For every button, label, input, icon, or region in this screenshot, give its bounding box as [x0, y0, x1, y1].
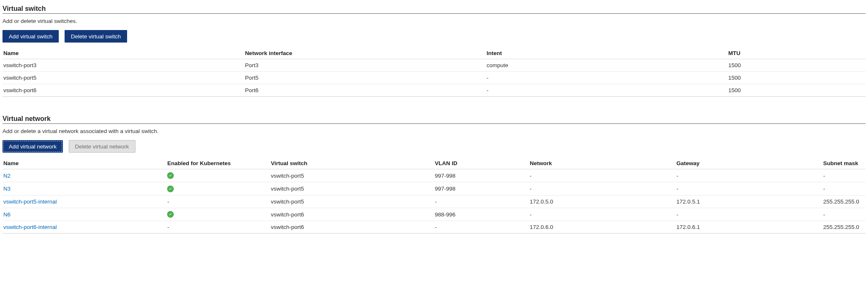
cell-vswitch: vswitch-port6	[270, 208, 434, 221]
cell-name: vswitch-port5	[3, 72, 244, 84]
virtual-network-name-link[interactable]: N3	[3, 186, 10, 192]
cell-subnet: -	[822, 182, 865, 195]
virtual-network-description: Add or delete a virtual network associat…	[3, 128, 865, 134]
cell-intent: compute	[486, 59, 728, 72]
cell-vlan: 997-998	[434, 169, 529, 182]
table-row[interactable]: vswitch-port6-internal-vswitch-port6-172…	[3, 221, 865, 234]
cell-network: -	[529, 208, 675, 221]
cell-interface: Port5	[244, 72, 486, 84]
col-header-vswitch[interactable]: Virtual switch	[270, 158, 434, 169]
cell-vswitch: vswitch-port5	[270, 195, 434, 208]
cell-k8s: -	[166, 221, 270, 234]
table-row[interactable]: N3vswitch-port5997-998---	[3, 182, 865, 195]
cell-network: 172.0.6.0	[529, 221, 675, 234]
cell-gateway: 172.0.6.1	[675, 221, 822, 234]
virtual-switch-title: Virtual switch	[3, 5, 865, 13]
virtual-network-table: Name Enabled for Kubernetes Virtual swit…	[3, 158, 865, 234]
divider	[3, 13, 865, 14]
col-header-mtu[interactable]: MTU	[728, 48, 865, 59]
cell-vlan: -	[434, 221, 529, 234]
cell-k8s	[166, 169, 270, 182]
col-header-name[interactable]: Name	[3, 158, 166, 169]
table-row[interactable]: vswitch-port6 Port6 - 1500	[3, 84, 865, 97]
cell-vswitch: vswitch-port5	[270, 169, 434, 182]
cell-network: -	[529, 169, 675, 182]
col-header-name[interactable]: Name	[3, 48, 244, 59]
delete-virtual-switch-button[interactable]: Delete virtual switch	[65, 30, 127, 43]
table-row[interactable]: N6vswitch-port6988-996---	[3, 208, 865, 221]
cell-k8s	[166, 182, 270, 195]
cell-network: -	[529, 182, 675, 195]
cell-subnet: 255.255.255.0	[822, 221, 865, 234]
virtual-network-name-link[interactable]: N6	[3, 211, 10, 218]
cell-mtu: 1500	[728, 59, 865, 72]
virtual-switch-table: Name Network interface Intent MTU vswitc…	[3, 48, 865, 97]
virtual-network-title: Virtual network	[3, 115, 865, 123]
cell-vlan: 997-998	[434, 182, 529, 195]
cell-subnet: -	[822, 169, 865, 182]
col-header-vlan[interactable]: VLAN ID	[434, 158, 529, 169]
cell-vlan: 988-996	[434, 208, 529, 221]
col-header-interface[interactable]: Network interface	[244, 48, 486, 59]
cell-k8s	[166, 208, 270, 221]
add-virtual-switch-button[interactable]: Add virtual switch	[3, 30, 59, 43]
cell-network: 172.0.5.0	[529, 195, 675, 208]
virtual-network-name-link[interactable]: N2	[3, 173, 10, 179]
enabled-check-icon	[167, 211, 174, 218]
cell-subnet: 255.255.255.0	[822, 195, 865, 208]
cell-mtu: 1500	[728, 72, 865, 84]
cell-gateway: -	[675, 182, 822, 195]
cell-vswitch: vswitch-port5	[270, 182, 434, 195]
cell-k8s: -	[166, 195, 270, 208]
divider	[3, 123, 865, 124]
cell-name: vswitch-port6	[3, 84, 244, 97]
cell-gateway: -	[675, 169, 822, 182]
cell-intent: -	[486, 72, 728, 84]
enabled-check-icon	[167, 172, 174, 179]
cell-interface: Port6	[244, 84, 486, 97]
cell-mtu: 1500	[728, 84, 865, 97]
table-row[interactable]: vswitch-port5-internal-vswitch-port5-172…	[3, 195, 865, 208]
col-header-gateway[interactable]: Gateway	[675, 158, 822, 169]
cell-intent: -	[486, 84, 728, 97]
table-row[interactable]: vswitch-port5 Port5 - 1500	[3, 72, 865, 84]
table-row[interactable]: N2vswitch-port5997-998---	[3, 169, 865, 182]
virtual-switch-description: Add or delete virtual switches.	[3, 18, 865, 24]
delete-virtual-network-button: Delete virtual network	[69, 140, 135, 153]
cell-gateway: 172.0.5.1	[675, 195, 822, 208]
cell-name: vswitch-port3	[3, 59, 244, 72]
virtual-network-name-link[interactable]: vswitch-port5-internal	[3, 199, 57, 205]
add-virtual-network-button[interactable]: Add virtual network	[3, 140, 63, 153]
enabled-check-icon	[167, 186, 174, 192]
col-header-intent[interactable]: Intent	[486, 48, 728, 59]
cell-subnet: -	[822, 208, 865, 221]
col-header-network[interactable]: Network	[529, 158, 675, 169]
col-header-k8s[interactable]: Enabled for Kubernetes	[166, 158, 270, 169]
virtual-network-name-link[interactable]: vswitch-port6-internal	[3, 224, 57, 230]
cell-vswitch: vswitch-port6	[270, 221, 434, 234]
col-header-subnet[interactable]: Subnet mask	[822, 158, 865, 169]
cell-gateway: -	[675, 208, 822, 221]
cell-vlan: -	[434, 195, 529, 208]
cell-interface: Port3	[244, 59, 486, 72]
table-row[interactable]: vswitch-port3 Port3 compute 1500	[3, 59, 865, 72]
